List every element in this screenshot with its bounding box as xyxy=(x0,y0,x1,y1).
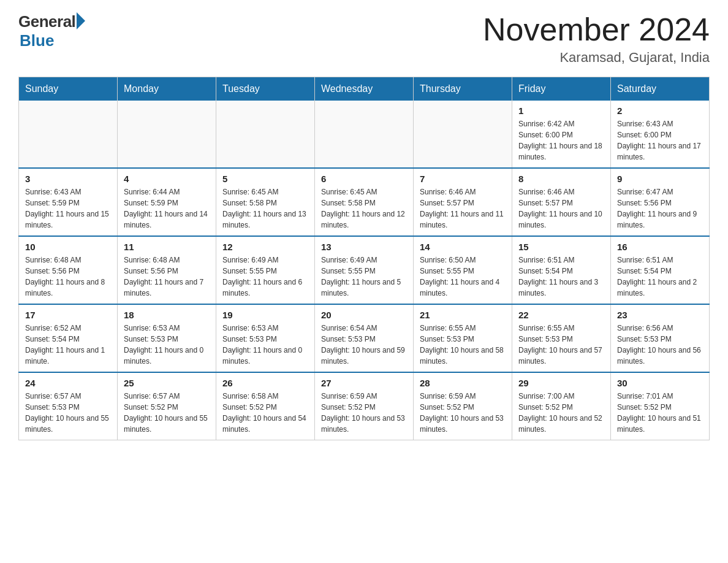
day-info: Sunrise: 6:46 AMSunset: 5:57 PMDaylight:… xyxy=(420,186,506,231)
calendar-day-cell xyxy=(118,101,216,168)
calendar-header-row: SundayMondayTuesdayWednesdayThursdayFrid… xyxy=(19,77,710,101)
day-number: 1 xyxy=(518,105,604,116)
day-number: 2 xyxy=(617,105,703,116)
logo-general-text: General xyxy=(18,12,75,31)
calendar-day-cell: 20Sunrise: 6:54 AMSunset: 5:53 PMDayligh… xyxy=(315,304,414,372)
day-number: 3 xyxy=(25,174,111,184)
calendar-day-cell xyxy=(315,101,414,168)
day-number: 14 xyxy=(420,242,506,252)
day-number: 7 xyxy=(420,174,506,184)
day-info: Sunrise: 6:46 AMSunset: 5:57 PMDaylight:… xyxy=(518,186,604,231)
calendar-header-wednesday: Wednesday xyxy=(315,77,414,101)
calendar-week-row: 24Sunrise: 6:57 AMSunset: 5:53 PMDayligh… xyxy=(19,372,710,440)
location-title: Karamsad, Gujarat, India xyxy=(483,50,710,66)
calendar-day-cell: 2Sunrise: 6:43 AMSunset: 6:00 PMDaylight… xyxy=(611,101,710,168)
month-title: November 2024 xyxy=(483,12,710,47)
title-section: November 2024 Karamsad, Gujarat, India xyxy=(483,12,710,66)
day-number: 16 xyxy=(617,242,703,252)
calendar-day-cell: 7Sunrise: 6:46 AMSunset: 5:57 PMDaylight… xyxy=(414,168,512,236)
day-number: 25 xyxy=(124,378,210,388)
calendar-day-cell: 10Sunrise: 6:48 AMSunset: 5:56 PMDayligh… xyxy=(19,236,118,304)
calendar-week-row: 1Sunrise: 6:42 AMSunset: 6:00 PMDaylight… xyxy=(19,101,710,168)
day-number: 9 xyxy=(617,174,703,184)
day-number: 28 xyxy=(420,378,506,388)
day-number: 23 xyxy=(617,310,703,320)
calendar-day-cell: 5Sunrise: 6:45 AMSunset: 5:58 PMDaylight… xyxy=(216,168,315,236)
day-number: 27 xyxy=(321,378,407,388)
calendar-day-cell xyxy=(414,101,512,168)
day-info: Sunrise: 7:01 AMSunset: 5:52 PMDaylight:… xyxy=(617,391,703,435)
page-header: General Blue November 2024 Karamsad, Guj… xyxy=(18,12,710,66)
day-info: Sunrise: 6:51 AMSunset: 5:54 PMDaylight:… xyxy=(518,255,604,299)
day-info: Sunrise: 6:49 AMSunset: 5:55 PMDaylight:… xyxy=(222,255,308,299)
day-info: Sunrise: 6:45 AMSunset: 5:58 PMDaylight:… xyxy=(222,186,308,231)
day-info: Sunrise: 6:59 AMSunset: 5:52 PMDaylight:… xyxy=(420,391,506,435)
day-info: Sunrise: 6:56 AMSunset: 5:53 PMDaylight:… xyxy=(617,323,703,367)
calendar-day-cell: 18Sunrise: 6:53 AMSunset: 5:53 PMDayligh… xyxy=(118,304,216,372)
calendar-day-cell: 16Sunrise: 6:51 AMSunset: 5:54 PMDayligh… xyxy=(611,236,710,304)
day-info: Sunrise: 6:53 AMSunset: 5:53 PMDaylight:… xyxy=(124,323,210,367)
calendar-header-tuesday: Tuesday xyxy=(216,77,315,101)
calendar-day-cell: 9Sunrise: 6:47 AMSunset: 5:56 PMDaylight… xyxy=(611,168,710,236)
calendar-day-cell: 8Sunrise: 6:46 AMSunset: 5:57 PMDaylight… xyxy=(512,168,611,236)
day-info: Sunrise: 6:43 AMSunset: 6:00 PMDaylight:… xyxy=(617,118,703,163)
day-number: 4 xyxy=(124,174,210,184)
calendar-week-row: 3Sunrise: 6:43 AMSunset: 5:59 PMDaylight… xyxy=(19,168,710,236)
logo-blue-text: Blue xyxy=(20,31,54,50)
calendar-header-monday: Monday xyxy=(118,77,216,101)
day-info: Sunrise: 6:50 AMSunset: 5:55 PMDaylight:… xyxy=(420,255,506,299)
calendar-day-cell: 22Sunrise: 6:55 AMSunset: 5:53 PMDayligh… xyxy=(512,304,611,372)
day-info: Sunrise: 6:54 AMSunset: 5:53 PMDaylight:… xyxy=(321,323,407,367)
calendar-day-cell: 1Sunrise: 6:42 AMSunset: 6:00 PMDaylight… xyxy=(512,101,611,168)
day-info: Sunrise: 6:48 AMSunset: 5:56 PMDaylight:… xyxy=(25,255,111,299)
day-number: 21 xyxy=(420,310,506,320)
day-number: 29 xyxy=(518,378,604,388)
day-number: 10 xyxy=(25,242,111,252)
day-info: Sunrise: 6:57 AMSunset: 5:52 PMDaylight:… xyxy=(124,391,210,435)
logo-triangle-icon xyxy=(77,12,85,29)
calendar-header-friday: Friday xyxy=(512,77,611,101)
calendar-day-cell: 6Sunrise: 6:45 AMSunset: 5:58 PMDaylight… xyxy=(315,168,414,236)
calendar-day-cell: 15Sunrise: 6:51 AMSunset: 5:54 PMDayligh… xyxy=(512,236,611,304)
day-number: 26 xyxy=(222,378,308,388)
day-info: Sunrise: 6:57 AMSunset: 5:53 PMDaylight:… xyxy=(25,391,111,435)
logo: General Blue xyxy=(18,12,85,50)
calendar-day-cell: 25Sunrise: 6:57 AMSunset: 5:52 PMDayligh… xyxy=(118,372,216,440)
day-number: 12 xyxy=(222,242,308,252)
calendar-day-cell: 30Sunrise: 7:01 AMSunset: 5:52 PMDayligh… xyxy=(611,372,710,440)
day-number: 13 xyxy=(321,242,407,252)
day-info: Sunrise: 6:45 AMSunset: 5:58 PMDaylight:… xyxy=(321,186,407,231)
day-info: Sunrise: 6:59 AMSunset: 5:52 PMDaylight:… xyxy=(321,391,407,435)
calendar-day-cell: 11Sunrise: 6:48 AMSunset: 5:56 PMDayligh… xyxy=(118,236,216,304)
day-info: Sunrise: 6:55 AMSunset: 5:53 PMDaylight:… xyxy=(518,323,604,367)
calendar-header-saturday: Saturday xyxy=(611,77,710,101)
day-info: Sunrise: 6:53 AMSunset: 5:53 PMDaylight:… xyxy=(222,323,308,367)
day-info: Sunrise: 6:55 AMSunset: 5:53 PMDaylight:… xyxy=(420,323,506,367)
calendar-header-thursday: Thursday xyxy=(414,77,512,101)
calendar-day-cell: 29Sunrise: 7:00 AMSunset: 5:52 PMDayligh… xyxy=(512,372,611,440)
day-number: 18 xyxy=(124,310,210,320)
day-number: 22 xyxy=(518,310,604,320)
calendar-week-row: 17Sunrise: 6:52 AMSunset: 5:54 PMDayligh… xyxy=(19,304,710,372)
calendar-day-cell: 19Sunrise: 6:53 AMSunset: 5:53 PMDayligh… xyxy=(216,304,315,372)
day-number: 30 xyxy=(617,378,703,388)
calendar-day-cell: 28Sunrise: 6:59 AMSunset: 5:52 PMDayligh… xyxy=(414,372,512,440)
day-number: 15 xyxy=(518,242,604,252)
day-number: 8 xyxy=(518,174,604,184)
calendar-day-cell xyxy=(19,101,118,168)
calendar-day-cell: 13Sunrise: 6:49 AMSunset: 5:55 PMDayligh… xyxy=(315,236,414,304)
calendar-day-cell: 14Sunrise: 6:50 AMSunset: 5:55 PMDayligh… xyxy=(414,236,512,304)
day-info: Sunrise: 6:48 AMSunset: 5:56 PMDaylight:… xyxy=(124,255,210,299)
day-number: 5 xyxy=(222,174,308,184)
calendar-day-cell: 23Sunrise: 6:56 AMSunset: 5:53 PMDayligh… xyxy=(611,304,710,372)
day-info: Sunrise: 6:52 AMSunset: 5:54 PMDaylight:… xyxy=(25,323,111,367)
day-number: 20 xyxy=(321,310,407,320)
calendar-week-row: 10Sunrise: 6:48 AMSunset: 5:56 PMDayligh… xyxy=(19,236,710,304)
day-number: 11 xyxy=(124,242,210,252)
calendar-day-cell: 4Sunrise: 6:44 AMSunset: 5:59 PMDaylight… xyxy=(118,168,216,236)
day-info: Sunrise: 6:47 AMSunset: 5:56 PMDaylight:… xyxy=(617,186,703,231)
day-number: 19 xyxy=(222,310,308,320)
day-number: 17 xyxy=(25,310,111,320)
day-number: 6 xyxy=(321,174,407,184)
calendar-table: SundayMondayTuesdayWednesdayThursdayFrid… xyxy=(18,77,710,440)
